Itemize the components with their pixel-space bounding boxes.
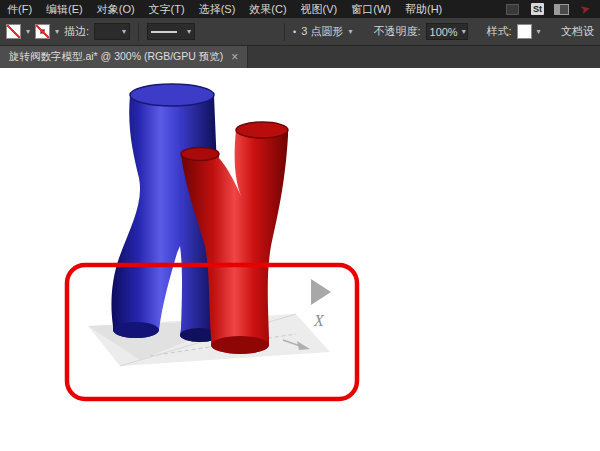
menu-object[interactable]: 对象(O) bbox=[90, 0, 142, 18]
menu-file[interactable]: 件(F) bbox=[0, 0, 39, 18]
chevron-down-icon[interactable]: ▾ bbox=[537, 28, 541, 36]
uniform-profile-icon bbox=[151, 31, 177, 33]
menu-edit[interactable]: 编辑(E) bbox=[39, 0, 90, 18]
chevron-down-icon: ▾ bbox=[122, 28, 126, 36]
stroke-weight-label: 描边: bbox=[64, 24, 89, 39]
opacity-dropdown[interactable]: 100% ▾ bbox=[426, 23, 468, 40]
app-grid-icon[interactable] bbox=[505, 3, 521, 15]
menu-view[interactable]: 视图(V) bbox=[294, 0, 345, 18]
menu-window[interactable]: 窗口(W) bbox=[344, 0, 398, 18]
close-icon[interactable]: × bbox=[231, 51, 238, 63]
opacity-value: 100% bbox=[430, 26, 458, 38]
document-setup-button[interactable]: 文档设 bbox=[561, 24, 594, 39]
chevron-down-icon[interactable]: ▾ bbox=[55, 28, 59, 36]
stock-icon[interactable]: St bbox=[531, 3, 544, 15]
menu-effect[interactable]: 效果(C) bbox=[242, 0, 293, 18]
menu-bar-icons: St ➤ bbox=[505, 3, 600, 15]
brush-name[interactable]: 3 点圆形 bbox=[301, 24, 343, 39]
workspace-layout-icon[interactable] bbox=[554, 3, 570, 15]
artwork-svg: X bbox=[0, 68, 600, 451]
stroke-none-swatch[interactable] bbox=[35, 24, 50, 39]
brush-dot-icon: • bbox=[293, 27, 296, 37]
menu-bar: 件(F) 编辑(E) 对象(O) 文字(T) 选择(S) 效果(C) 视图(V)… bbox=[0, 0, 600, 18]
style-label: 样式: bbox=[487, 24, 512, 39]
divider bbox=[138, 23, 139, 41]
divider bbox=[284, 23, 285, 41]
menu-type[interactable]: 文字(T) bbox=[142, 0, 192, 18]
artboard-canvas[interactable]: X bbox=[0, 68, 600, 451]
document-tab-title: 旋转阀数字模型.ai* @ 300% (RGB/GPU 预览) bbox=[9, 50, 223, 64]
menu-help[interactable]: 帮助(H) bbox=[398, 0, 449, 18]
document-tab[interactable]: 旋转阀数字模型.ai* @ 300% (RGB/GPU 预览) × bbox=[0, 46, 248, 68]
illustrator-window: 件(F) 编辑(E) 对象(O) 文字(T) 选择(S) 效果(C) 视图(V)… bbox=[0, 0, 600, 451]
document-tab-bar: 旋转阀数字模型.ai* @ 300% (RGB/GPU 预览) × bbox=[0, 46, 600, 68]
fill-none-swatch[interactable] bbox=[6, 24, 21, 39]
chevron-down-icon: ▾ bbox=[462, 28, 466, 36]
menu-select[interactable]: 选择(S) bbox=[192, 0, 243, 18]
chevron-down-icon: ▾ bbox=[187, 28, 191, 36]
play-triangle[interactable] bbox=[311, 279, 331, 305]
chevron-down-icon[interactable]: ▾ bbox=[348, 28, 352, 36]
style-swatch[interactable] bbox=[517, 24, 532, 39]
share-cursor-icon[interactable]: ➤ bbox=[579, 2, 592, 16]
stroke-weight-dropdown[interactable]: ▾ bbox=[94, 23, 130, 40]
control-bar: ▾ ▾ 描边: ▾ ▾ • 3 点圆形 ▾ 不透明度: 100% ▾ 样式: ▾… bbox=[0, 18, 600, 46]
axis-x-label: X bbox=[313, 312, 325, 329]
opacity-label: 不透明度: bbox=[373, 24, 420, 39]
chevron-down-icon[interactable]: ▾ bbox=[26, 28, 30, 36]
width-profile-dropdown[interactable]: ▾ bbox=[147, 23, 195, 40]
